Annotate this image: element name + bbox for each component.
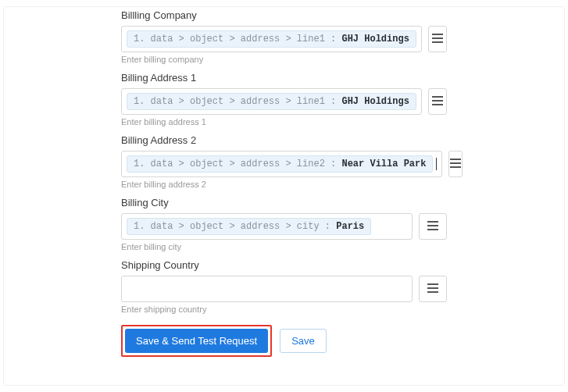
- shipping-country-label: Shipping Country: [121, 259, 447, 271]
- billing-city-chip: 1. data > object > address > city : Pari…: [127, 218, 371, 235]
- billing-company-field: Billling Company 1. data > object > addr…: [121, 9, 447, 64]
- billing-address-2-input[interactable]: 1. data > object > address > line2 : Nea…: [121, 151, 442, 177]
- button-row: Save & Send Test Request Save: [121, 325, 447, 357]
- menu-icon: [431, 33, 444, 46]
- shipping-country-input[interactable]: [121, 276, 413, 302]
- shipping-country-field: Shipping Country Enter shipping country: [121, 259, 447, 314]
- billing-address-1-chip: 1. data > object > address > line1 : GHJ…: [127, 93, 416, 110]
- billing-company-chip: 1. data > object > address > line1 : GHJ…: [127, 30, 416, 48]
- billing-address-1-field: Billing Address 1 1. data > object > add…: [121, 72, 447, 127]
- billing-city-label: Billing City: [121, 197, 447, 208]
- menu-icon: [449, 158, 462, 171]
- billing-city-menu-button[interactable]: [419, 213, 447, 240]
- save-send-test-request-button[interactable]: Save & Send Test Request: [125, 329, 268, 353]
- menu-icon: [427, 220, 439, 233]
- shipping-country-menu-button[interactable]: [419, 276, 447, 302]
- billing-address-2-field: Billing Address 2 1. data > object > add…: [121, 134, 447, 189]
- billing-address-2-chip: 1. data > object > address > line2 : Nea…: [127, 155, 433, 173]
- highlight-box: Save & Send Test Request: [121, 325, 272, 357]
- billing-city-hint: Enter billing city: [121, 242, 447, 251]
- text-cursor: [436, 158, 437, 170]
- billing-address-2-label: Billing Address 2: [121, 134, 447, 146]
- billing-address-2-hint: Enter billing address 2: [121, 180, 447, 189]
- billing-address-1-label: Billing Address 1: [121, 72, 447, 84]
- billing-company-menu-button[interactable]: [428, 26, 447, 52]
- billing-company-input[interactable]: 1. data > object > address > line1 : GHJ…: [121, 26, 422, 52]
- billing-company-label: Billling Company: [121, 9, 447, 21]
- save-button[interactable]: Save: [280, 329, 327, 353]
- billing-city-field: Billing City 1. data > object > address …: [121, 197, 447, 251]
- menu-icon: [431, 95, 444, 109]
- billing-company-hint: Enter billing company: [121, 55, 447, 64]
- billing-address-1-hint: Enter billing address 1: [121, 117, 447, 127]
- billing-city-input[interactable]: 1. data > object > address > city : Pari…: [121, 213, 413, 240]
- billing-address-2-menu-button[interactable]: [448, 151, 463, 177]
- shipping-country-hint: Enter shipping country: [121, 305, 447, 314]
- menu-icon: [427, 283, 439, 296]
- billing-address-1-input[interactable]: 1. data > object > address > line1 : GHJ…: [121, 88, 422, 115]
- billing-address-1-menu-button[interactable]: [428, 88, 447, 115]
